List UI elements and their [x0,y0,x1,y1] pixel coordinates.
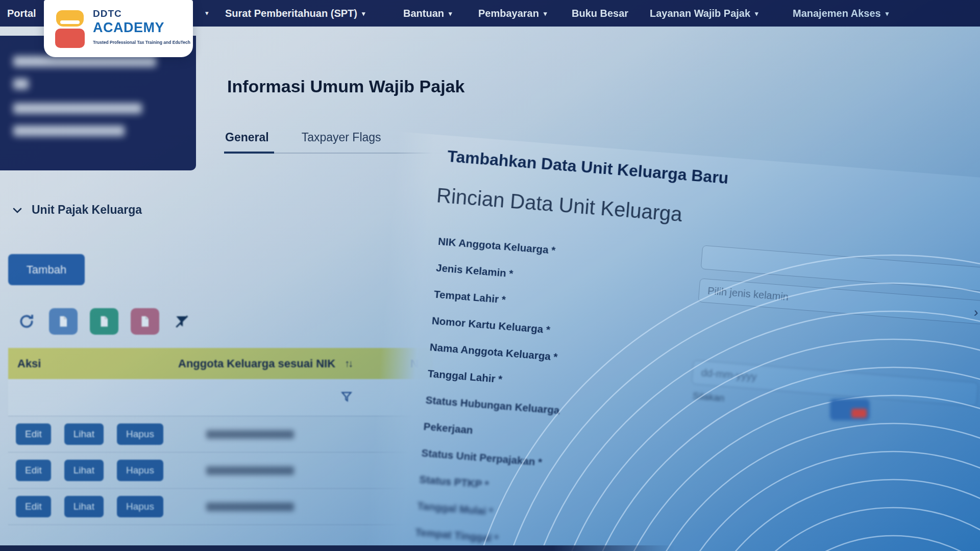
nav-item-manajemen-akses[interactable]: Manajemen Akses▾ [793,0,889,27]
document-icon [97,315,111,328]
page-title: Informasi Umum Wajib Pajak [227,77,464,96]
export-pdf-button[interactable] [131,308,159,335]
nav-item-pembayaran[interactable]: Pembayaran▾ [478,0,547,27]
filter-icon [340,390,353,404]
chevron-down-icon: ▾ [755,1,758,27]
redacted-cell-value [206,466,294,475]
table-toolbar [16,308,192,335]
form-field-labels: NIK Anggota Keluarga * Jenis Kelamin * T… [413,235,572,551]
nav-item-label: Surat Pemberitahuan (SPT) [225,8,357,19]
view-button[interactable]: Lihat [64,496,104,517]
filter-off-icon [174,314,189,329]
redacted-cell-value [206,430,294,439]
section-title: Unit Pajak Keluarga [32,203,142,217]
bottom-edge-bar [0,545,674,551]
column-header-label: Anggota Keluarga sesuai NIK [178,357,335,370]
nav-item-label: Pembayaran [478,8,539,19]
chevron-down-icon: ▾ [449,1,452,27]
column-header-anggota-keluarga[interactable]: Anggota Keluarga sesuai NIK ↑↓ [178,357,352,370]
add-family-unit-form: Tambahkan Data Unit Keluarga Baru Rincia… [358,132,980,551]
select-placeholder: Pilih jenis kelamin [707,285,789,303]
table-filter-row [8,379,433,416]
table-header-row: Aksi Anggota Keluarga sesuai NIK ↑↓ N [8,348,433,379]
logo-shape [851,409,867,418]
sort-icon: ↑↓ [345,358,352,369]
nav-item-spt[interactable]: Surat Pemberitahuan (SPT)▾ [225,0,365,27]
column-filter-button[interactable] [340,390,353,406]
nav-item-portal[interactable]: Portal [7,0,36,27]
redacted-text-line [13,56,156,67]
ddtc-academy-logo-card: DDTC ACADEMY Trusted Professional Tax Tr… [44,0,193,57]
tab-general[interactable]: General [225,131,269,144]
brand-tagline: Trusted Professional Tax Training and Ed… [93,40,190,45]
delete-button[interactable]: Hapus [117,496,163,517]
export-excel-button[interactable] [90,308,118,335]
document-icon [57,315,70,328]
table-row: Edit Lihat Hapus [8,453,433,489]
table-row: Edit Lihat Hapus [8,416,433,453]
tambah-button[interactable]: Tambah [8,254,85,285]
redacted-cell-value [206,503,294,511]
refresh-button[interactable] [16,308,37,335]
clear-filter-button[interactable] [172,308,192,335]
logo-text-block: DDTC ACADEMY Trusted Professional Tax Tr… [93,8,190,45]
app-screenshot: Portal ▾ Surat Pemberitahuan (SPT)▾ Bant… [0,0,980,551]
brand-name-main: ACADEMY [93,20,190,36]
chevron-down-icon: ▾ [362,1,365,27]
form-inputs: Pilih jenis kelamin › dd-mm-yyyy Silakan [690,245,980,423]
view-button[interactable]: Lihat [64,460,104,481]
view-button[interactable]: Lihat [64,423,104,445]
redacted-text-line [13,103,142,114]
delete-button[interactable]: Hapus [117,460,163,481]
chevron-down-icon[interactable]: ▾ [205,0,209,27]
nav-item-label: Manajemen Akses [793,8,881,19]
nav-item-layanan-wp[interactable]: Layanan Wajib Pajak▾ [650,0,758,27]
nav-item-bantuan[interactable]: Bantuan▾ [403,0,452,27]
nav-item-label: Bantuan [403,8,444,19]
chevron-down-icon: ▾ [544,1,547,27]
delete-button[interactable]: Hapus [117,423,163,445]
redacted-text-line [13,126,125,136]
refresh-icon [18,313,35,330]
brand-name: DDTC [93,8,190,19]
section-unit-pajak-keluarga[interactable]: Unit Pajak Keluarga [11,203,142,217]
chevron-down-icon [11,204,23,216]
redacted-text-line [13,79,29,89]
date-placeholder: dd-mm-yyyy [701,367,757,383]
logo-book-shape [55,29,85,48]
nav-item-buku-besar[interactable]: Buku Besar [572,0,628,27]
ddtc-logo-icon [55,9,87,48]
tab-taxpayer-flags[interactable]: Taxpayer Flags [302,131,381,144]
export-document-button[interactable] [49,308,78,335]
blurred-app-logo [830,399,870,420]
form-subtitle: Rincian Data Unit Keluarga [436,184,683,226]
logo-book-shape [56,10,84,27]
chevron-right-icon: › [973,305,979,321]
edit-button[interactable]: Edit [16,460,51,481]
column-header-aksi: Aksi [8,357,41,370]
nav-item-label: Layanan Wajib Pajak [650,8,750,19]
edit-button[interactable]: Edit [16,423,51,445]
chevron-down-icon: ▾ [886,1,889,27]
document-icon [138,315,152,328]
edit-button[interactable]: Edit [16,496,51,517]
